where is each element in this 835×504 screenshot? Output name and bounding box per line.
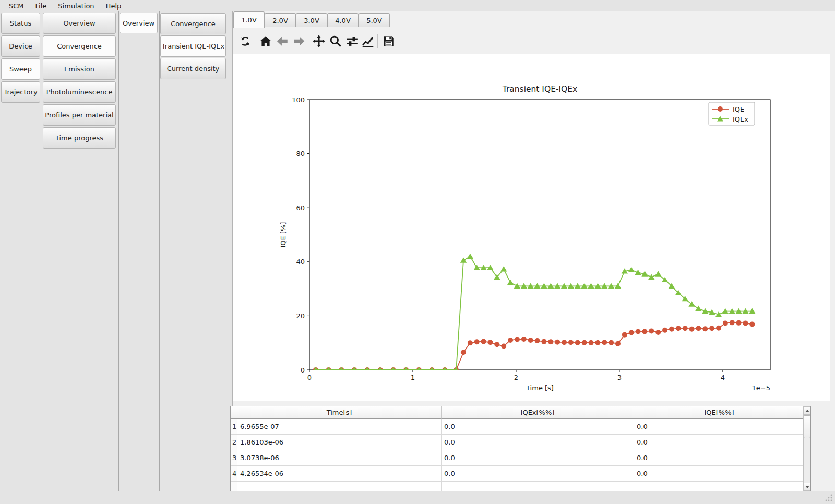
back-arrow-icon [276, 34, 289, 48]
pan-button[interactable] [311, 32, 327, 50]
refresh-button[interactable] [237, 32, 253, 50]
svg-text:80: 80 [296, 150, 305, 158]
toolbar-separator-1 [255, 34, 255, 48]
svg-text:2: 2 [514, 374, 518, 381]
forward-arrow-icon [292, 34, 306, 48]
nav-tab-current-density[interactable]: Current density [160, 58, 226, 79]
table-row-1-iqex[interactable]: 0.0 [442, 419, 634, 435]
table-row-5-time[interactable] [237, 482, 442, 491]
tab-2-0v[interactable]: 2.0V [265, 13, 296, 27]
table-header-iqex[interactable]: IQEx[%%] [442, 406, 634, 419]
nav-tab-trajectory-label: Trajectory [4, 88, 37, 96]
table-row-4-iqex[interactable]: 0.0 [442, 466, 634, 482]
nav-tab-time-progress[interactable]: Time progress [43, 127, 116, 149]
plot-toolbar [233, 30, 835, 53]
svg-text:IQEx: IQEx [733, 115, 748, 123]
nav-tab-overview-label: Overview [63, 19, 95, 27]
nav-tab-time-progress-label: Time progress [55, 134, 103, 142]
table-header-time[interactable]: Time[s] [237, 406, 442, 419]
tab-4-0v[interactable]: 4.0V [327, 13, 359, 27]
tab-2-0v-label: 2.0V [272, 17, 288, 25]
zoom-button[interactable] [328, 32, 343, 50]
table-row-2-iqe[interactable]: 0.0 [634, 435, 804, 450]
menu-item-help[interactable]: Help [100, 1, 127, 11]
nav-tab-status-label: Status [10, 19, 31, 27]
svg-text:3: 3 [617, 374, 622, 381]
table-row-3-iqe[interactable]: 0.0 [634, 450, 804, 466]
tab-1-0v[interactable]: 1.0V [233, 11, 265, 28]
table-row-1-iqe[interactable]: 0.0 [634, 419, 804, 435]
subplots-button[interactable] [344, 32, 360, 50]
menu-item-simulation[interactable]: Simulation [52, 1, 100, 11]
nav-tab-profiles-per-material[interactable]: Profiles per material [43, 104, 116, 126]
table-header-rownum [231, 406, 237, 419]
axes-settings-button[interactable] [360, 32, 376, 50]
table-row-4-num: 4 [231, 466, 237, 482]
scroll-up-button[interactable] [804, 406, 810, 415]
table-row-2-num: 2 [231, 435, 237, 450]
nav-tab-emission[interactable]: Emission [43, 58, 116, 80]
table-row-3-time[interactable]: 3.0738e-06 [237, 450, 442, 466]
table-row-5-iqex[interactable] [442, 482, 634, 491]
svg-text:40: 40 [296, 258, 305, 266]
table-row-2-iqex[interactable]: 0.0 [442, 435, 634, 450]
svg-text:4: 4 [721, 374, 725, 381]
tab-5-0v-label: 5.0V [366, 17, 382, 25]
tab-5-0v[interactable]: 5.0V [359, 13, 390, 27]
table-row-1-num: 1 [231, 419, 237, 435]
table-row-4-iqe[interactable]: 0.0 [634, 466, 804, 482]
nav-tab-convergence-label: Convergence [57, 42, 102, 50]
scrollbar-thumb[interactable] [804, 415, 810, 438]
nav-tab-convergence[interactable]: Convergence [43, 35, 116, 57]
back-button[interactable] [275, 32, 290, 50]
nav-separator-2 [118, 11, 119, 491]
nav-tab-device[interactable]: Device [1, 35, 40, 57]
home-icon [259, 34, 272, 48]
table-row-1-time[interactable]: 6.9655e-07 [237, 419, 442, 435]
nav-tab-overview-2-label: Overview [123, 19, 154, 27]
nav-tab-sweep[interactable]: Sweep [1, 58, 40, 80]
tab-4-0v-label: 4.0V [335, 17, 351, 25]
table-row-4-time[interactable]: 4.26534e-06 [237, 466, 442, 482]
scroll-up-icon [805, 410, 809, 412]
vertical-scrollbar[interactable] [803, 406, 810, 491]
menu-item-help-label: Help [106, 2, 122, 10]
line-chart-icon [361, 34, 375, 48]
forward-button[interactable] [291, 32, 307, 50]
nav-tab-photoluminescence[interactable]: Photoluminescence [43, 81, 116, 103]
resize-grip[interactable] [825, 494, 833, 502]
menu-item-scm[interactable]: SCM [3, 1, 30, 11]
table-row-5-iqe[interactable] [634, 482, 804, 491]
table-row-3-iqex[interactable]: 0.0 [442, 450, 634, 466]
table-row-2-time[interactable]: 1.86103e-06 [237, 435, 442, 450]
nav-tab-device-label: Device [9, 42, 32, 50]
nav-tab-profiles-per-material-label: Profiles per material [45, 111, 113, 119]
save-button[interactable] [381, 32, 397, 50]
data-table: Time[s] IQEx[%%] IQE[%%] 1 6.9655e-07 0.… [230, 406, 811, 491]
nav-tab-sweep-label: Sweep [9, 65, 32, 73]
svg-text:IQE [%]: IQE [%] [279, 222, 287, 248]
home-button[interactable] [258, 32, 273, 50]
table-row-3-num: 3 [231, 450, 237, 466]
scroll-down-button[interactable] [804, 483, 810, 491]
chart-figure[interactable]: 01234020406080100Transient IQE-IQExTime … [233, 54, 830, 401]
nav-tab-overview-2[interactable]: Overview [120, 13, 158, 33]
svg-text:1: 1 [411, 374, 415, 381]
tab-3-0v-label: 3.0V [304, 17, 319, 25]
refresh-icon [239, 35, 252, 47]
nav-tab-convergence-2[interactable]: Convergence [160, 13, 226, 34]
menu-item-file-label: File [35, 2, 47, 10]
nav-tab-emission-label: Emission [64, 65, 94, 73]
tab-3-0v[interactable]: 3.0V [296, 13, 327, 27]
nav-tab-overview[interactable]: Overview [43, 13, 116, 34]
svg-text:Transient IQE-IQEx: Transient IQE-IQEx [502, 85, 578, 94]
sliders-icon [345, 34, 359, 48]
menu-item-file[interactable]: File [30, 1, 53, 11]
toolbar-separator-2 [308, 34, 308, 48]
menu-item-simulation-label: Simulation [58, 2, 94, 10]
svg-text:60: 60 [296, 204, 305, 212]
nav-tab-transient-iqe-iqex[interactable]: Transient IQE-IQEx [160, 35, 226, 57]
nav-tab-trajectory[interactable]: Trajectory [1, 81, 40, 103]
nav-tab-status[interactable]: Status [1, 13, 40, 34]
table-header-iqe[interactable]: IQE[%%] [634, 406, 804, 419]
